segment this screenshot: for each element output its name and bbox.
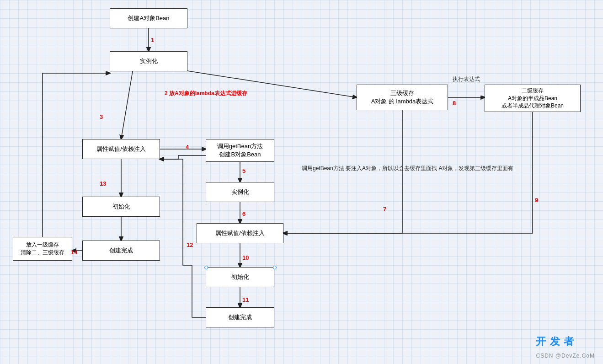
label-8: 8 [453, 100, 456, 107]
svg-line-3 [121, 71, 133, 139]
label-1: 1 [151, 37, 154, 43]
dot-tl [204, 266, 208, 269]
label-6: 6 [242, 210, 245, 217]
diagram-canvas: 创建A对象Bean 实例化 属性赋值/依赖注入 初始化 创建完成 调用getBe… [0, 0, 603, 364]
dot-tr [273, 266, 277, 269]
watermark: 开 发 者 CSDN @DevZe.CoM [536, 335, 595, 360]
watermark-line2: CSDN @DevZe.CoM [536, 353, 595, 359]
box-init-a: 初始化 [82, 197, 160, 217]
label-13: 13 [100, 180, 106, 187]
box-level2-cache: 二级缓存 A对象的半成品Bean 或者半成品代理对象Bean [485, 85, 581, 112]
label-4: 4 [186, 144, 189, 150]
box-level1-cache: 放入一级缓存 清除二、三级缓存 [13, 237, 72, 261]
box-create-a-bean: 创建A对象Bean [110, 8, 187, 28]
box-property-inject-a: 属性赋值/依赖注入 [82, 139, 160, 159]
label-12: 12 [187, 241, 193, 248]
call-getbean-a-label: 调用getBean方法 要注入A对象，所以以会去缓存里面找 A对象，发现第三级缓… [302, 165, 513, 172]
box-property-inject-b: 属性赋值/依赖注入 [197, 223, 283, 243]
label-11: 11 [242, 296, 249, 303]
arrows-svg [0, 0, 603, 364]
box-init-b: 初始化 [206, 267, 274, 287]
label-2: 2 放A对象的lambda表达式进缓存 [165, 90, 247, 97]
box-complete-b: 创建完成 [206, 307, 274, 327]
box-instantiate-a: 实例化 [110, 51, 187, 71]
label-10: 10 [242, 254, 249, 261]
box-call-getbean-b: 调用getBean方法 创建B对象Bean [206, 139, 274, 162]
label-5: 5 [242, 167, 245, 174]
box-complete-a: 创建完成 [82, 241, 160, 261]
exec-expr-label: 执行表达式 [453, 75, 480, 83]
label-14: 14 [71, 249, 77, 256]
label-7: 7 [383, 206, 386, 213]
label-9: 9 [535, 197, 538, 203]
watermark-line1: 开 发 者 [536, 336, 574, 347]
box-instantiate-b: 实例化 [206, 182, 274, 202]
box-level3-cache: 三级缓存 A对象 的 lambda表达式 [357, 85, 448, 110]
label-3: 3 [100, 113, 103, 120]
